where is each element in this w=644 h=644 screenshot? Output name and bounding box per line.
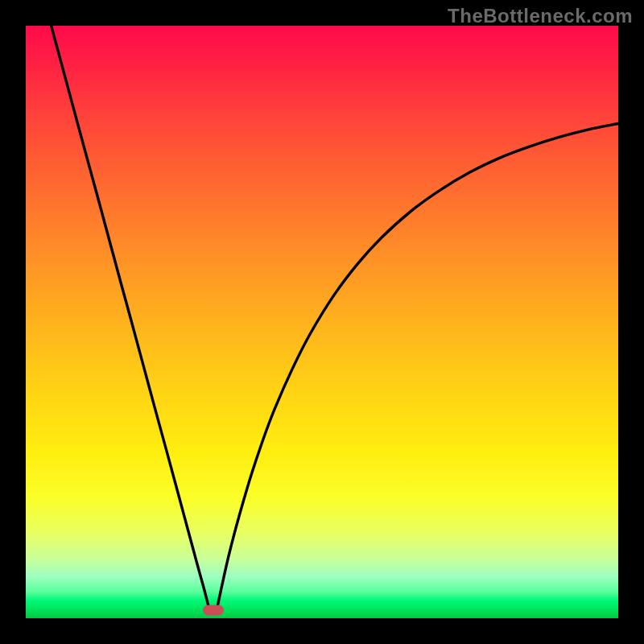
plot-area [26, 26, 618, 618]
watermark-text: TheBottleneck.com [448, 5, 633, 27]
curve-right [217, 123, 618, 605]
curve-left [52, 26, 208, 605]
chart-stage: TheBottleneck.com [0, 0, 644, 644]
minimum-marker [203, 605, 224, 616]
bottleneck-curve [26, 26, 618, 618]
